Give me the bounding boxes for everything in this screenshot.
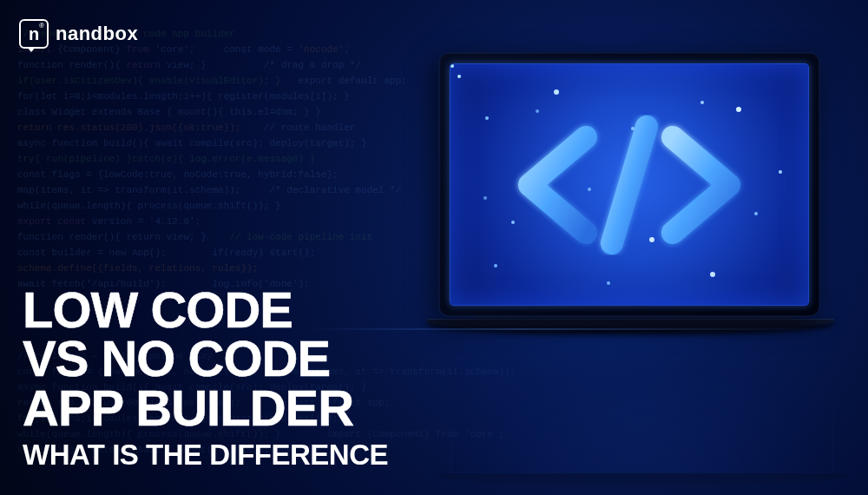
laptop-reflection: [438, 330, 846, 486]
headline-block: LOW CODE VS NO CODE APP BUILDER WHAT IS …: [23, 286, 388, 469]
svg-line-0: [612, 127, 647, 243]
headline-line-1: LOW CODE: [23, 286, 388, 335]
headline-subtitle: WHAT IS THE DIFFERENCE: [23, 440, 388, 469]
brand-mark-letter: n: [29, 24, 39, 44]
hero-banner: // generated — low/no code app builder i…: [0, 0, 868, 495]
laptop-graphic: [438, 52, 829, 332]
laptop-lid: [438, 52, 820, 317]
laptop-screen: [450, 63, 809, 306]
brand-logo: n ® nandbox: [19, 19, 138, 49]
headline-line-3: APP BUILDER: [23, 384, 388, 433]
code-tag-icon: [450, 64, 808, 305]
brand-wordmark: nandbox: [56, 23, 138, 45]
headline-line-2: VS NO CODE: [23, 334, 388, 384]
brand-mark-icon: n ®: [19, 19, 49, 49]
